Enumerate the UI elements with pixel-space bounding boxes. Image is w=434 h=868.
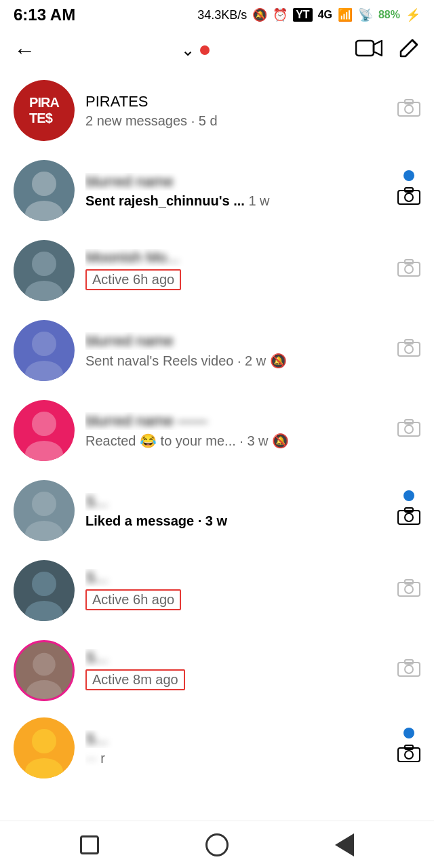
camera-icon[interactable]: [397, 186, 420, 212]
avatar: [14, 640, 75, 701]
compose-button[interactable]: [397, 37, 420, 64]
conv-content: blurred name Sent rajesh_chinnuu's ... 1…: [85, 173, 391, 209]
unread-dot: [403, 490, 414, 501]
status-time: 6:13 AM: [14, 5, 75, 24]
nav-left: ←: [14, 38, 35, 63]
ytm-icon: YT: [293, 8, 312, 22]
conv-name: S...: [85, 730, 391, 748]
status-bar: 6:13 AM 34.3KB/s 🔕 ⏰ YT 4G 📶 📡 88% ⚡: [0, 0, 434, 30]
back-nav-button[interactable]: [335, 833, 354, 856]
conv-name: Moonish Mo...: [85, 249, 391, 267]
camera-icon[interactable]: [397, 98, 420, 123]
conv-name: blurred name: [85, 332, 391, 350]
list-item[interactable]: blurred name Sent naval's Reels video · …: [0, 311, 434, 391]
conv-meta: Sent naval's Reels video · 2 w 🔕: [85, 353, 391, 369]
mute-icon: 🔕: [252, 7, 267, 22]
conv-meta-active: Active 6h ago: [85, 589, 181, 610]
unread-dot: [403, 170, 414, 181]
status-icons: 34.3KB/s 🔕 ⏰ YT 4G 📶 📡 88% ⚡: [197, 7, 420, 22]
svg-point-21: [25, 441, 63, 461]
conv-content: Moonish Mo... Active 6h ago: [85, 249, 391, 293]
list-item[interactable]: S... ··· r: [0, 711, 434, 785]
svg-point-5: [32, 172, 56, 196]
camera-icon[interactable]: [397, 658, 420, 684]
svg-point-43: [405, 751, 413, 759]
signal-icon: 📶: [338, 7, 353, 22]
svg-point-6: [25, 201, 63, 221]
svg-point-38: [405, 665, 413, 673]
conv-name: PIRATES: [85, 93, 391, 111]
conv-name: S...: [85, 493, 391, 511]
svg-point-31: [25, 601, 63, 621]
conv-right: [397, 418, 420, 443]
recent-apps-button[interactable]: [80, 835, 99, 854]
conv-content: blurred name Sent naval's Reels video · …: [85, 332, 391, 369]
svg-point-15: [32, 332, 56, 356]
svg-point-40: [32, 729, 56, 753]
list-item[interactable]: S... Active 6h ago: [0, 551, 434, 631]
conv-name: blurred name ——: [85, 412, 391, 430]
conv-meta: ··· r: [85, 751, 391, 766]
conv-content: PIRATES 2 new messages · 5 d: [85, 93, 391, 129]
svg-rect-0: [356, 41, 374, 56]
conv-meta: Reacted 😂 to your me... · 3 w 🔕: [85, 433, 391, 449]
battery-indicator: 88%: [378, 9, 400, 21]
svg-point-10: [32, 252, 56, 276]
list-item[interactable]: PIRATE$ PIRATES 2 new messages · 5 d: [0, 71, 434, 151]
conv-right: [397, 170, 420, 212]
conv-right: [397, 338, 420, 363]
conv-right: [397, 728, 420, 769]
conv-meta: Liked a message · 3 w: [85, 513, 391, 529]
conv-right: [397, 98, 420, 123]
back-button[interactable]: ←: [14, 38, 35, 63]
nav-right: [355, 37, 420, 64]
svg-point-33: [405, 585, 413, 593]
conv-right: [397, 658, 420, 684]
svg-point-16: [25, 361, 63, 381]
list-item[interactable]: S... Liked a message · 3 w: [0, 471, 434, 551]
avatar: [14, 560, 75, 621]
conv-right: [397, 258, 420, 283]
list-item[interactable]: blurred name —— Reacted 😂 to your me... …: [0, 391, 434, 471]
chevron-down-icon[interactable]: ⌄: [181, 41, 195, 60]
avatar: [14, 240, 75, 301]
conv-name: S...: [85, 649, 391, 667]
nav-center: ⌄: [181, 41, 210, 60]
svg-point-20: [32, 412, 56, 436]
avatar: [14, 480, 75, 541]
svg-marker-1: [374, 41, 382, 56]
avatar: [14, 400, 75, 461]
top-nav: ← ⌄: [0, 30, 434, 71]
svg-point-36: [26, 680, 62, 699]
list-item[interactable]: Moonish Mo... Active 6h ago: [0, 231, 434, 311]
conv-content: blurred name —— Reacted 😂 to your me... …: [85, 412, 391, 449]
conv-name: blurred name: [85, 173, 391, 191]
camera-icon[interactable]: [397, 744, 420, 769]
list-item[interactable]: S... Active 8m ago: [0, 631, 434, 711]
conv-right: [397, 490, 420, 532]
svg-point-25: [32, 492, 56, 516]
conv-content: S... ··· r: [85, 730, 391, 766]
svg-point-8: [405, 193, 413, 201]
svg-point-35: [33, 653, 56, 676]
svg-point-41: [25, 758, 63, 778]
camera-icon[interactable]: [397, 418, 420, 443]
svg-point-13: [405, 265, 413, 273]
avatar: [14, 160, 75, 221]
active-dot: [200, 45, 210, 55]
list-item[interactable]: blurred name Sent rajesh_chinnuu's ... 1…: [0, 151, 434, 231]
alarm-icon: ⏰: [273, 7, 288, 22]
camera-icon[interactable]: [397, 258, 420, 283]
4g-icon: 4G: [318, 9, 332, 21]
avatar: PIRATE$: [14, 80, 75, 141]
home-button[interactable]: [205, 833, 229, 856]
svg-point-28: [405, 513, 413, 521]
video-call-button[interactable]: [355, 39, 382, 62]
conv-right: [397, 578, 420, 604]
svg-point-23: [405, 425, 413, 433]
svg-point-30: [32, 572, 56, 596]
camera-icon[interactable]: [397, 507, 420, 532]
avatar: [14, 320, 75, 381]
camera-icon[interactable]: [397, 338, 420, 363]
camera-icon[interactable]: [397, 578, 420, 604]
